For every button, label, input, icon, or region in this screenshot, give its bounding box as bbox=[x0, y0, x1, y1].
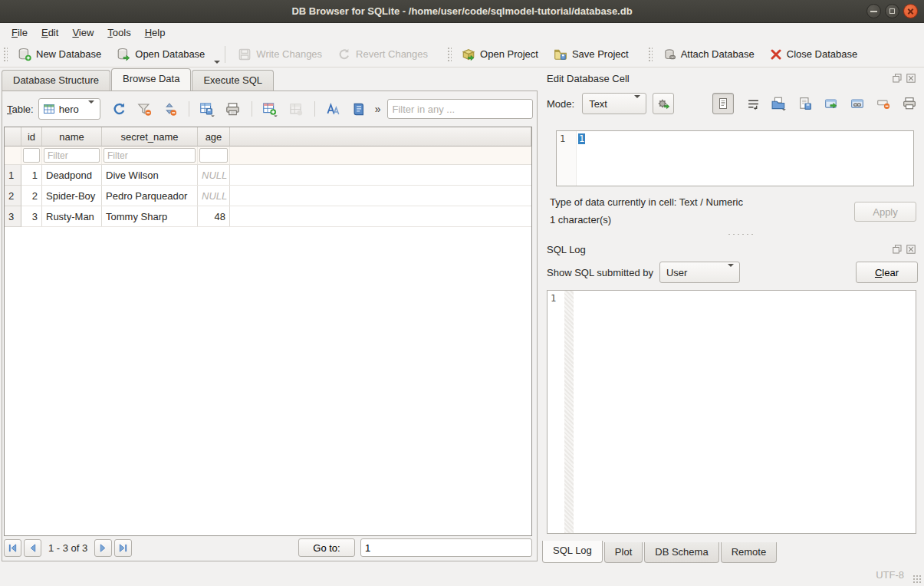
print-cell-button[interactable] bbox=[901, 95, 918, 112]
submitted-by-combobox[interactable]: User bbox=[659, 262, 740, 283]
toolbar-drag-handle[interactable] bbox=[446, 46, 452, 63]
first-page-button[interactable] bbox=[4, 539, 21, 557]
toolbar-drag-handle[interactable] bbox=[2, 46, 8, 63]
cell-id[interactable]: 2 bbox=[21, 186, 42, 206]
close-panel-icon[interactable] bbox=[906, 73, 916, 84]
row-number[interactable]: 2 bbox=[5, 186, 21, 206]
menu-edit[interactable]: Edit bbox=[35, 25, 65, 41]
menu-view[interactable]: View bbox=[65, 25, 100, 41]
next-page-button[interactable] bbox=[94, 539, 112, 557]
insert-record-button[interactable] bbox=[262, 100, 279, 117]
cell-secret-name[interactable]: Dive Wilson bbox=[102, 165, 198, 185]
cell-id[interactable]: 1 bbox=[21, 165, 42, 185]
save-results-button[interactable] bbox=[199, 100, 216, 117]
close-database-button[interactable]: Close Database bbox=[762, 45, 866, 64]
menu-tools[interactable]: Tools bbox=[100, 25, 137, 41]
column-header-age[interactable]: age bbox=[198, 127, 230, 146]
attach-database-button[interactable]: Attach Database bbox=[655, 44, 762, 64]
refresh-icon bbox=[112, 102, 127, 117]
clear-sort-button[interactable] bbox=[162, 100, 179, 117]
sql-log-controls: Show SQL submitted by User Clear bbox=[547, 261, 918, 284]
row-number[interactable]: 1 bbox=[5, 165, 21, 186]
tab-browse-data[interactable]: Browse Data bbox=[111, 68, 191, 91]
record-range-label: 1 - 3 of 3 bbox=[48, 542, 87, 554]
import-file-button[interactable] bbox=[771, 95, 788, 112]
column-header-name[interactable]: name bbox=[42, 127, 102, 146]
float-panel-icon[interactable] bbox=[892, 244, 903, 255]
cell-name[interactable]: Spider-Boy bbox=[42, 186, 102, 206]
previous-page-icon bbox=[28, 543, 38, 553]
cell-secret-name[interactable]: Tommy Sharp bbox=[102, 206, 198, 226]
clear-log-button[interactable]: Clear bbox=[856, 262, 918, 283]
menu-file[interactable]: File bbox=[5, 25, 35, 41]
row-number[interactable]: 3 bbox=[5, 206, 21, 227]
toolbar-overflow-chevron[interactable]: » bbox=[375, 103, 381, 115]
open-project-icon bbox=[462, 48, 475, 61]
global-filter-input[interactable] bbox=[387, 99, 533, 119]
mode-combobox[interactable]: Text bbox=[582, 93, 646, 114]
toolbar-drag-handle[interactable] bbox=[647, 46, 653, 63]
copy-link-button[interactable] bbox=[849, 95, 866, 112]
resize-grip[interactable] bbox=[912, 574, 922, 584]
close-panel-icon[interactable] bbox=[906, 244, 916, 255]
toolbar-separator bbox=[225, 46, 225, 63]
sql-log-content[interactable] bbox=[574, 291, 916, 533]
cell-age[interactable]: NULL bbox=[198, 186, 230, 206]
text-mode-toggle[interactable] bbox=[712, 93, 734, 114]
menu-help[interactable]: Help bbox=[138, 25, 173, 41]
cell-age[interactable]: 48 bbox=[198, 206, 230, 226]
refresh-button[interactable] bbox=[111, 100, 128, 117]
cell-editor[interactable]: 1 1 bbox=[556, 130, 914, 186]
filter-input-name[interactable] bbox=[44, 148, 100, 163]
set-null-button[interactable] bbox=[875, 95, 892, 112]
tab-execute-sql[interactable]: Execute SQL bbox=[192, 70, 274, 91]
window-controls bbox=[866, 4, 918, 18]
open-in-external-button[interactable] bbox=[823, 95, 840, 112]
menubar: File Edit View Tools Help bbox=[0, 23, 924, 41]
tab-database-structure[interactable]: Database Structure bbox=[2, 70, 110, 91]
last-page-button[interactable] bbox=[114, 539, 132, 557]
previous-page-button[interactable] bbox=[24, 539, 41, 557]
binary-view-button[interactable] bbox=[350, 100, 367, 117]
sql-log-editor[interactable]: 1 bbox=[547, 290, 916, 534]
print-button[interactable] bbox=[225, 100, 242, 117]
cell-editor-content[interactable]: 1 bbox=[577, 131, 913, 186]
open-project-button[interactable]: Open Project bbox=[454, 44, 546, 64]
dock-tab-remote[interactable]: Remote bbox=[721, 542, 778, 563]
new-database-button[interactable]: New Database bbox=[10, 44, 109, 64]
cell-secret-name[interactable]: Pedro Parqueador bbox=[102, 186, 198, 206]
cell-id[interactable]: 3 bbox=[21, 206, 42, 226]
goto-input[interactable] bbox=[360, 538, 532, 557]
encoding-label: UTF-8 bbox=[876, 569, 904, 581]
export-file-button[interactable] bbox=[797, 95, 814, 112]
cell-age[interactable]: NULL bbox=[198, 165, 230, 185]
open-database-button[interactable]: Open Database bbox=[109, 44, 212, 64]
cell-mode-row: Mode: Text bbox=[547, 92, 918, 115]
dock-tab-sql-log[interactable]: SQL Log bbox=[542, 541, 603, 563]
open-database-dropdown-arrow[interactable] bbox=[214, 61, 220, 64]
table-combobox-value: hero bbox=[59, 104, 79, 115]
word-wrap-button[interactable] bbox=[745, 95, 761, 112]
close-icon[interactable] bbox=[903, 4, 918, 18]
table-combobox[interactable]: hero bbox=[38, 98, 100, 120]
maximize-icon[interactable] bbox=[885, 4, 899, 18]
cell-name[interactable]: Deadpond bbox=[42, 165, 102, 185]
column-header-id[interactable]: id bbox=[21, 127, 42, 146]
corner-header-cell[interactable] bbox=[5, 127, 21, 146]
auto-switch-mode-button[interactable] bbox=[653, 93, 674, 114]
dock-tab-db-schema[interactable]: DB Schema bbox=[644, 542, 718, 563]
cell-name[interactable]: Rusty-Man bbox=[42, 206, 102, 226]
first-page-icon bbox=[8, 543, 18, 553]
float-panel-icon[interactable] bbox=[892, 73, 903, 84]
toolbar-separator bbox=[252, 101, 252, 117]
filter-input-age[interactable] bbox=[199, 148, 228, 163]
minimize-icon[interactable] bbox=[866, 4, 881, 18]
filter-input-id[interactable] bbox=[23, 148, 40, 163]
clear-filters-button[interactable] bbox=[136, 100, 153, 117]
filter-input-secret-name[interactable] bbox=[104, 148, 196, 163]
font-format-button[interactable] bbox=[325, 100, 342, 117]
column-header-secret-name[interactable]: secret_name bbox=[102, 127, 198, 146]
goto-button[interactable]: Go to: bbox=[298, 538, 355, 557]
save-project-button[interactable]: Save Project bbox=[546, 44, 636, 64]
dock-tab-plot[interactable]: Plot bbox=[604, 542, 643, 563]
